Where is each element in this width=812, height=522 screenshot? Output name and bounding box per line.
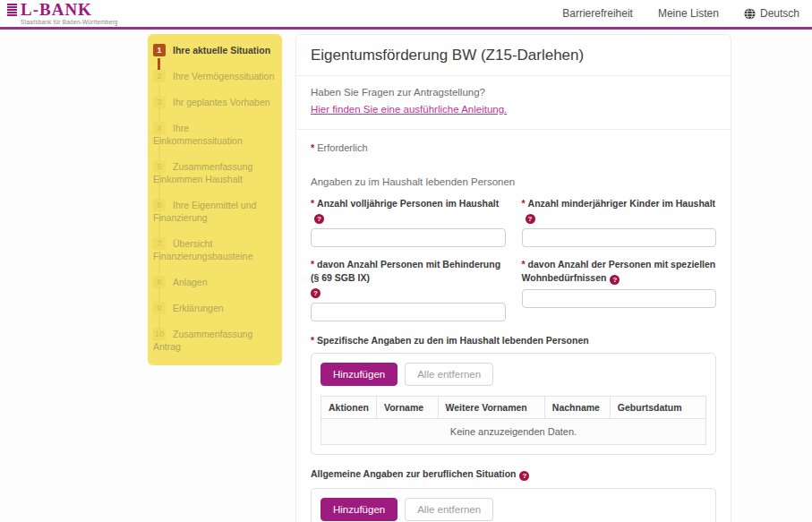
globe-icon — [744, 8, 756, 20]
field-minors: *Anzahl minderjähriger Kinder im Haushal… — [522, 197, 717, 247]
step-label: Ihre aktuelle Situation — [173, 45, 270, 56]
persons-panel: Hinzufügen Alle entfernen Aktionen Vorna… — [311, 353, 716, 455]
step-label: Erklärungen — [173, 303, 224, 313]
adults-count-input[interactable] — [311, 228, 506, 247]
required-asterisk: * — [522, 259, 526, 270]
form-body: *Erforderlich Angaben zu im Haushalt leb… — [296, 130, 731, 522]
specific-persons-label: *Spezifische Angaben zu den im Haushalt … — [311, 335, 716, 346]
step-number: 10 — [153, 328, 166, 340]
nav-my-lists[interactable]: Meine Listen — [658, 7, 719, 20]
specific-persons-label-text: Spezifische Angaben zu den im Haushalt l… — [317, 335, 589, 346]
required-note-label: Erforderlich — [317, 142, 367, 153]
logo-wordmark: L-BANK — [21, 2, 118, 17]
help-icon[interactable]: ? — [314, 214, 324, 224]
sidebar-step-6[interactable]: 6Ihre Eigenmittel und Finanzierung — [153, 199, 275, 224]
sidebar-step-8[interactable]: 8Anlagen — [153, 276, 275, 288]
col-vorname: Vorname — [376, 397, 438, 419]
household-field-grid: *Anzahl volljährige Personen im Haushalt… — [311, 197, 716, 321]
household-section-heading: Angaben zu im Haushalt lebenden Personen — [311, 176, 716, 187]
required-asterisk: * — [311, 142, 314, 153]
job-section-heading: Allgemeine Angaben zur beruflichen Situa… — [311, 468, 716, 481]
top-header: L-BANK Staatsbank für Baden-Württemberg … — [0, 0, 812, 30]
help-icon[interactable]: ? — [519, 471, 529, 481]
step-number: 8 — [153, 276, 166, 288]
col-nachname: Nachname — [544, 397, 610, 419]
form-card: Eigentumsförderung BW (Z15-Darlehen) Hab… — [295, 34, 731, 522]
help-icon[interactable]: ? — [610, 275, 620, 285]
sidebar-step-9[interactable]: 9Erklärungen — [153, 302, 275, 314]
nav-accessibility[interactable]: Barrierefreiheit — [562, 7, 633, 20]
help-block: Haben Sie Fragen zur Antragstellung? Hie… — [296, 76, 731, 129]
add-job-button[interactable]: Hinzufügen — [321, 498, 397, 521]
help-question: Haben Sie Fragen zur Antragstellung? — [311, 87, 716, 98]
nav-my-lists-label: Meine Listen — [658, 7, 719, 20]
remove-all-jobs-button[interactable]: Alle entfernen — [405, 498, 493, 521]
remove-all-persons-button[interactable]: Alle entfernen — [405, 363, 493, 386]
page-title: Eigentumsförderung BW (Z15-Darlehen) — [296, 35, 731, 75]
field-label-text: Anzahl minderjähriger Kinder im Haushalt — [528, 198, 715, 209]
step-connector-active — [158, 58, 160, 70]
step-number: 4 — [153, 122, 166, 134]
sidebar-step-4[interactable]: 4Ihre Einkommenssituation — [153, 122, 275, 147]
field-label-text: davon Anzahl Personen mit Behinderung (§… — [311, 259, 500, 283]
col-geburtsdatum: Geburtsdatum — [610, 397, 705, 419]
nav-accessibility-label: Barrierefreiheit — [562, 7, 633, 20]
sidebar-step-10[interactable]: 10Zusammenfassung Antrag — [153, 328, 275, 353]
sidebar-step-1[interactable]: 1Ihre aktuelle Situation — [153, 44, 275, 56]
nav-language[interactable]: Deutsch — [744, 7, 799, 20]
persons-table: Aktionen Vorname Weitere Vornamen Nachna… — [321, 396, 706, 445]
logo-subtitle: Staatsbank für Baden-Württemberg — [21, 19, 118, 25]
step-label: Ihre Eigenmittel und Finanzierung — [153, 200, 256, 223]
nav-language-label: Deutsch — [760, 7, 799, 20]
field-disability: *davon Anzahl Personen mit Behinderung (… — [311, 258, 506, 321]
step-number: 1 — [153, 44, 166, 56]
sidebar-step-7[interactable]: 7Übersicht Finanzierungsbausteine — [153, 237, 275, 262]
disability-count-input[interactable] — [311, 303, 506, 321]
step-number: 2 — [153, 70, 166, 82]
special-needs-count-input[interactable] — [522, 289, 717, 308]
step-label: Zusammenfassung Einkommen Haushalt — [153, 161, 252, 184]
help-icon[interactable]: ? — [311, 288, 321, 298]
job-panel: Hinzufügen Alle entfernen Aktionen Perso… — [311, 488, 716, 522]
sidebar-step-2[interactable]: 2Ihre Vermögenssituation — [153, 70, 275, 82]
wizard-sidebar: 1Ihre aktuelle Situation 2Ihre Vermögens… — [148, 34, 282, 365]
step-label: Übersicht Finanzierungsbausteine — [153, 238, 253, 261]
field-special-needs-label: *davon Anzahl der Personen mit spezielle… — [522, 258, 717, 285]
field-special-needs: *davon Anzahl der Personen mit spezielle… — [522, 258, 717, 321]
step-number: 3 — [153, 96, 166, 108]
add-person-button[interactable]: Hinzufügen — [321, 363, 397, 386]
page-container: 1Ihre aktuelle Situation 2Ihre Vermögens… — [0, 30, 812, 522]
required-asterisk: * — [311, 259, 314, 270]
step-number: 5 — [153, 160, 166, 173]
top-nav: Barrierefreiheit Meine Listen Deutsch — [562, 7, 799, 20]
help-icon[interactable]: ? — [526, 214, 535, 224]
job-section-heading-text: Allgemeine Angaben zur beruflichen Situa… — [311, 468, 516, 479]
field-label-text: Anzahl volljährige Personen im Haushalt — [317, 198, 499, 209]
guide-link[interactable]: Hier finden Sie eine ausführliche Anleit… — [311, 104, 507, 115]
required-asterisk: * — [311, 198, 314, 209]
col-aktionen: Aktionen — [321, 397, 377, 419]
field-adults: *Anzahl volljährige Personen im Haushalt… — [311, 197, 506, 247]
required-asterisk: * — [522, 198, 526, 209]
persons-table-header-row: Aktionen Vorname Weitere Vornamen Nachna… — [321, 397, 706, 419]
required-asterisk: * — [311, 335, 314, 346]
step-label: Ihre Einkommenssituation — [153, 123, 243, 146]
required-note: *Erforderlich — [311, 142, 716, 153]
field-disability-label: *davon Anzahl Personen mit Behinderung (… — [311, 258, 506, 298]
lbank-logo[interactable]: L-BANK Staatsbank für Baden-Württemberg — [7, 2, 118, 25]
step-label: Ihre Vermögenssituation — [173, 71, 274, 81]
field-minors-label: *Anzahl minderjähriger Kinder im Haushal… — [522, 197, 717, 224]
sidebar-step-5[interactable]: 5Zusammenfassung Einkommen Haushalt — [153, 160, 275, 185]
step-label: Ihr geplantes Vorhaben — [173, 97, 270, 107]
step-number: 6 — [153, 199, 166, 211]
field-adults-label: *Anzahl volljährige Personen im Haushalt… — [311, 197, 506, 224]
persons-table-empty-row: Keine anzuzeigenden Daten. — [321, 419, 706, 445]
job-panel-buttons: Hinzufügen Alle entfernen — [321, 498, 706, 521]
step-label: Zusammenfassung Antrag — [153, 329, 252, 352]
step-number: 9 — [153, 302, 166, 314]
minors-count-input[interactable] — [522, 228, 717, 247]
sidebar-step-3[interactable]: 3Ihr geplantes Vorhaben — [153, 96, 275, 108]
persons-panel-buttons: Hinzufügen Alle entfernen — [321, 363, 706, 386]
wizard-steps: 1Ihre aktuelle Situation 2Ihre Vermögens… — [153, 44, 275, 353]
empty-state-text: Keine anzuzeigenden Daten. — [321, 419, 706, 445]
